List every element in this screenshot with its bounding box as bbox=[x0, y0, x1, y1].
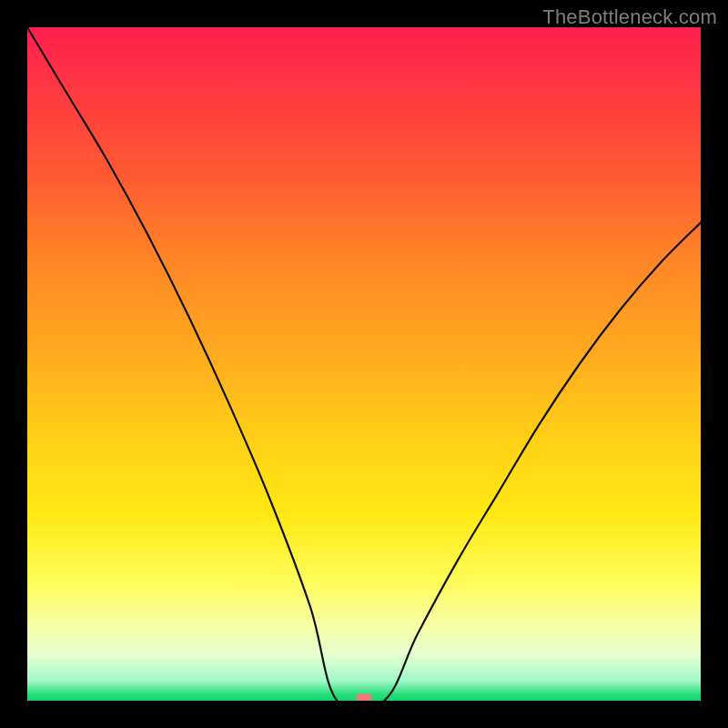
curve-svg bbox=[27, 27, 701, 701]
minimum-marker bbox=[356, 693, 372, 701]
bottleneck-curve-path bbox=[27, 27, 701, 701]
plot-area bbox=[27, 27, 701, 701]
chart-frame: TheBottleneck.com bbox=[0, 0, 728, 728]
attribution-text: TheBottleneck.com bbox=[542, 5, 717, 29]
